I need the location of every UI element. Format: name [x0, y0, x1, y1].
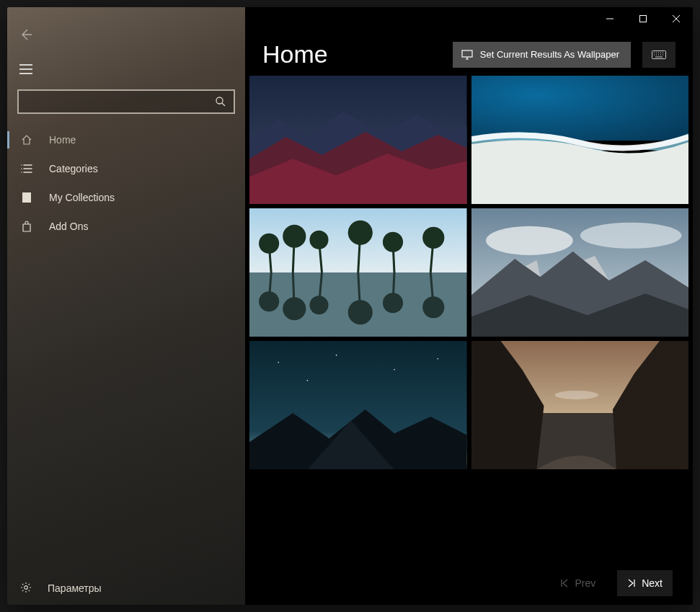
svg-point-16 — [259, 291, 279, 311]
svg-point-13 — [348, 221, 373, 245]
svg-point-1 — [216, 97, 223, 104]
hamburger-icon — [19, 64, 32, 74]
wallpaper-grid — [245, 76, 693, 562]
wallpaper-tile[interactable] — [471, 208, 689, 337]
close-icon — [673, 15, 680, 22]
svg-point-26 — [278, 362, 279, 363]
sidebar-item-add-ons[interactable]: Add Ons — [7, 212, 245, 241]
minimize-button[interactable] — [593, 7, 626, 30]
hamburger-button[interactable] — [12, 55, 40, 84]
sidebar-nav: Home Categories My Collections Add Ons — [7, 125, 245, 241]
back-button[interactable] — [12, 20, 40, 49]
content-header: Home Set Current Results As Wallpaper — [245, 40, 693, 76]
svg-point-20 — [383, 293, 403, 313]
next-icon — [627, 579, 636, 587]
svg-point-24 — [580, 223, 681, 249]
maximize-button[interactable] — [626, 7, 660, 30]
set-wallpaper-button[interactable]: Set Current Results As Wallpaper — [453, 42, 631, 68]
svg-point-29 — [437, 358, 438, 360]
wallpaper-tile[interactable] — [471, 341, 689, 469]
collection-icon — [20, 192, 33, 203]
back-arrow-icon — [19, 27, 33, 42]
bag-icon — [20, 221, 33, 232]
wallpaper-tile[interactable] — [249, 76, 467, 204]
wallpaper-tile[interactable] — [471, 76, 689, 204]
next-label: Next — [642, 577, 663, 589]
next-button[interactable]: Next — [617, 570, 673, 596]
svg-point-12 — [309, 231, 328, 249]
prev-button[interactable]: Prev — [550, 570, 606, 596]
sidebar-item-home[interactable]: Home — [7, 125, 245, 154]
svg-point-18 — [309, 296, 328, 314]
wallpaper-tile[interactable] — [249, 341, 467, 469]
search-box[interactable] — [17, 89, 235, 114]
close-button[interactable] — [660, 7, 693, 30]
svg-point-33 — [554, 391, 598, 399]
svg-rect-2 — [22, 192, 31, 203]
svg-point-15 — [422, 227, 444, 249]
prev-icon — [560, 579, 569, 587]
maximize-icon — [639, 15, 647, 22]
svg-point-30 — [307, 380, 309, 381]
list-icon — [20, 163, 33, 174]
sidebar: Home Categories My Collections Add Ons — [7, 7, 245, 605]
svg-point-11 — [283, 225, 306, 248]
page-title: Home — [262, 40, 441, 68]
minimize-icon — [606, 15, 613, 22]
svg-point-17 — [283, 297, 306, 320]
prev-label: Prev — [575, 577, 595, 589]
app-window: Home Categories My Collections Add Ons — [7, 7, 693, 605]
search-input[interactable] — [19, 96, 208, 107]
wallpaper-tile[interactable] — [249, 208, 467, 337]
pager: Prev Next — [245, 562, 693, 605]
svg-point-10 — [259, 234, 279, 254]
sidebar-item-label: Categories — [49, 163, 98, 174]
keyboard-button[interactable] — [642, 42, 675, 68]
svg-point-23 — [486, 226, 573, 255]
svg-point-27 — [336, 355, 337, 356]
title-bar — [593, 7, 693, 30]
svg-rect-0 — [640, 16, 647, 22]
set-wallpaper-label: Set Current Results As Wallpaper — [480, 49, 619, 60]
svg-point-3 — [25, 585, 28, 589]
main-content: Home Set Current Results As Wallpaper — [245, 7, 693, 605]
search-button[interactable] — [208, 91, 234, 112]
sidebar-item-settings[interactable]: Параметры — [7, 572, 245, 605]
svg-point-14 — [383, 232, 403, 252]
sidebar-item-label: Add Ons — [49, 221, 88, 232]
sidebar-item-label: My Collections — [49, 192, 115, 203]
sidebar-item-categories[interactable]: Categories — [7, 154, 245, 183]
keyboard-icon — [652, 50, 666, 59]
home-icon — [20, 134, 33, 146]
svg-rect-7 — [471, 76, 689, 141]
sidebar-footer-label: Параметры — [48, 582, 102, 594]
search-icon — [216, 97, 226, 107]
svg-point-19 — [348, 300, 373, 324]
sidebar-item-my-collections[interactable]: My Collections — [7, 183, 245, 212]
svg-point-28 — [394, 369, 395, 371]
gear-icon — [20, 582, 32, 595]
svg-point-21 — [422, 296, 444, 318]
sidebar-item-label: Home — [49, 134, 76, 146]
svg-rect-4 — [462, 50, 472, 57]
monitor-icon — [461, 50, 473, 60]
